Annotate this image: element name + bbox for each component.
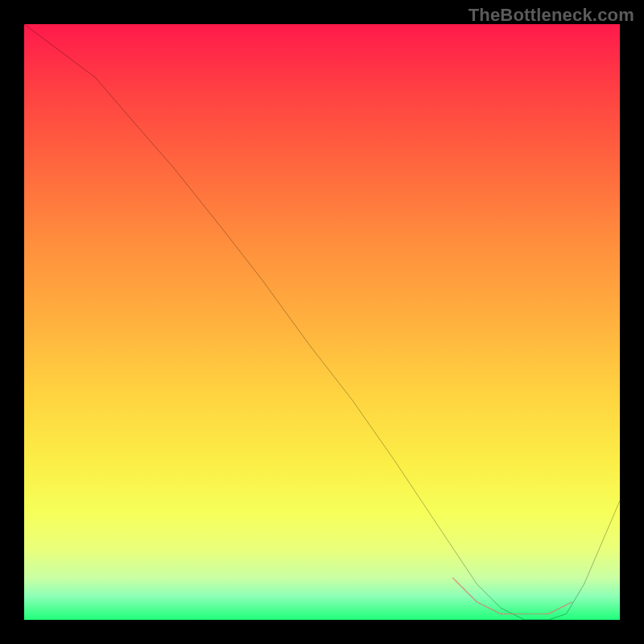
chart-frame: TheBottleneck.com [0, 0, 644, 644]
watermark-text: TheBottleneck.com [469, 5, 634, 26]
chart-svg [24, 24, 620, 620]
main-curve [24, 24, 620, 620]
plot-area [24, 24, 620, 620]
highlight-curve [453, 578, 572, 613]
